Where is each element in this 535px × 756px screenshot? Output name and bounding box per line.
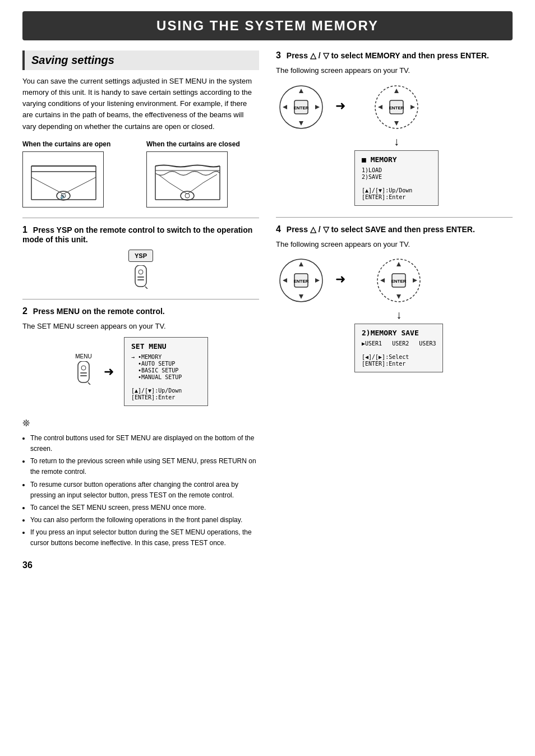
svg-line-6 xyxy=(63,177,96,194)
menu-label: MENU xyxy=(75,353,91,359)
step2-line-5: [▲]/[▼]:Up/Down xyxy=(131,388,201,394)
svg-marker-30 xyxy=(315,105,320,109)
svg-marker-41 xyxy=(299,262,303,266)
curtain-closed-label: When the curtains are closed xyxy=(146,140,259,148)
step1-heading: 1 Press YSP on the remote control to swi… xyxy=(22,225,259,244)
svg-marker-35 xyxy=(394,121,399,126)
svg-marker-44 xyxy=(315,278,320,283)
step2-block: 2 Press MENU on the remote control. The … xyxy=(22,299,259,407)
svg-text:ENTER: ENTER xyxy=(391,279,407,284)
svg-marker-43 xyxy=(283,278,287,283)
arrow-step4: ➜ xyxy=(335,272,345,287)
step2-diagram: MENU ➜ SET MENU xyxy=(22,337,259,406)
arrow-step3: ➜ xyxy=(335,99,345,113)
svg-marker-50 xyxy=(380,278,385,283)
svg-point-17 xyxy=(139,270,143,274)
dpad-svg-right-4: ENTER xyxy=(373,255,424,306)
menu-remote-icon xyxy=(73,361,94,385)
step3-line-1: 2)SAVE xyxy=(362,174,431,180)
note-3: To resume cursor button operations after… xyxy=(30,480,259,501)
svg-marker-28 xyxy=(299,121,303,126)
svg-point-15 xyxy=(185,193,190,198)
step3-line-3: [▲]/[▼]:Up/Down xyxy=(362,187,431,193)
ysp-remote: YSP xyxy=(128,250,153,289)
svg-marker-36 xyxy=(378,105,382,109)
left-column: Saving settings You can save the current… xyxy=(22,50,259,570)
notes-section: ❊ The control buttons used for SET MENU … xyxy=(22,416,259,548)
page-title-bar: USING THE SYSTEM MEMORY xyxy=(22,11,513,40)
svg-text:ENTER: ENTER xyxy=(293,279,308,284)
step3-line-4: [ENTER]:Enter xyxy=(362,194,431,200)
dpad-svg-left-3: ENTER xyxy=(276,82,326,132)
note-1: The control buttons used for SET MENU ar… xyxy=(30,433,259,454)
note-2: To return to the previous screen while u… xyxy=(30,456,259,477)
step2-line-1: •AUTO SETUP xyxy=(131,361,201,367)
page-title: USING THE SYSTEM MEMORY xyxy=(34,18,501,34)
step3-screen: ■ MEMORY 1)LOAD 2)SAVE [▲]/[▼]:Up/Down [… xyxy=(354,150,439,206)
step3-screen-title: ■ MEMORY xyxy=(362,155,431,164)
curtain-closed-img xyxy=(146,151,228,208)
step3-diagram: ENTER ➜ ENTER xyxy=(276,82,513,206)
dpad-left-3: ENTER xyxy=(276,82,326,132)
down-arrow-3: ↓ xyxy=(394,136,399,147)
svg-rect-18 xyxy=(137,276,144,278)
notes-list: The control buttons used for SET MENU ar… xyxy=(22,433,259,549)
step1-block: 1 Press YSP on the remote control to swi… xyxy=(22,218,259,289)
svg-text:🔊: 🔊 xyxy=(60,193,67,200)
step4-screen: 2)MEMORY SAVE ▶USER1 USER2 USER3 [◀]/[▶]… xyxy=(354,324,443,372)
svg-marker-34 xyxy=(394,89,399,93)
svg-rect-16 xyxy=(135,265,146,287)
svg-point-22 xyxy=(81,366,86,370)
step4-line-3: [ENTER]:Enter xyxy=(362,361,436,367)
step2-sub: The SET MENU screen appears on your TV. xyxy=(22,321,259,332)
dpad-svg-left-4: ENTER xyxy=(276,255,326,306)
note-6: If you press an input selector button du… xyxy=(30,527,259,548)
svg-rect-19 xyxy=(137,279,144,280)
section-title: Saving settings xyxy=(22,50,259,70)
step2-screen-title: SET MENU xyxy=(131,342,201,351)
svg-line-20 xyxy=(145,287,147,289)
curtain-closed-box: When the curtains are closed xyxy=(146,140,259,208)
page-number: 36 xyxy=(22,560,259,570)
step4-line-2: [◀]/[▶]:Select xyxy=(362,354,436,360)
step4-line-0: ▶USER1 USER2 USER3 xyxy=(362,340,436,347)
note-icon: ❊ xyxy=(22,416,259,431)
step2-heading: 2 Press MENU on the remote control. xyxy=(22,306,259,316)
curtain-open-img: 🔊 xyxy=(22,151,104,208)
step3-heading: 3 Press △ / ▽ to select MEMORY and then … xyxy=(276,50,513,61)
ysp-button-label: YSP xyxy=(128,250,153,262)
svg-line-5 xyxy=(31,177,63,194)
svg-marker-48 xyxy=(396,262,401,266)
svg-marker-49 xyxy=(396,294,401,299)
step3-sub: The following screen appears on your TV. xyxy=(276,65,513,76)
step2-line-4 xyxy=(131,381,201,387)
step4-sub: The following screen appears on your TV. xyxy=(276,239,513,250)
svg-rect-21 xyxy=(78,361,89,382)
step2-line-3: •MANUAL SETUP xyxy=(131,374,201,380)
remote-svg xyxy=(131,265,151,289)
curtain-open-box: When the curtains are open xyxy=(22,140,135,208)
step3-line-0: 1)LOAD xyxy=(362,167,431,173)
step4-diagram: ENTER ➜ ENTER xyxy=(276,255,513,372)
right-column: 3 Press △ / ▽ to select MEMORY and then … xyxy=(276,50,513,384)
page: USING THE SYSTEM MEMORY Saving settings … xyxy=(0,0,535,756)
curtain-open-label: When the curtains are open xyxy=(22,140,135,148)
svg-marker-51 xyxy=(413,278,417,283)
step2-line-2: •BASIC SETUP xyxy=(131,367,201,374)
down-arrow-4: ↓ xyxy=(396,309,402,320)
dpad-left-4: ENTER xyxy=(276,255,326,306)
svg-point-14 xyxy=(181,191,194,200)
curtain-row: When the curtains are open xyxy=(22,140,259,208)
dpad-right-column-3: ENTER ↓ ■ MEMORY 1)LOAD 2)SAVE [▲]/[▼]:U… xyxy=(354,82,439,206)
intro-text: You can save the current settings adjust… xyxy=(22,76,259,132)
svg-text:ENTER: ENTER xyxy=(389,105,404,110)
note-5: You can also perform the following opera… xyxy=(30,515,259,525)
svg-rect-24 xyxy=(80,375,87,376)
dpad-right-column-4: ENTER ↓ 2)MEMORY SAVE ▶USER1 USER2 USER3… xyxy=(354,255,443,372)
step4-heading: 4 Press △ / ▽ to select SAVE and then pr… xyxy=(276,224,513,234)
step1-diagram: YSP xyxy=(22,250,259,289)
svg-rect-23 xyxy=(80,372,87,374)
menu-remote-group: MENU xyxy=(73,353,94,385)
svg-marker-27 xyxy=(299,89,303,93)
svg-line-25 xyxy=(88,382,90,385)
